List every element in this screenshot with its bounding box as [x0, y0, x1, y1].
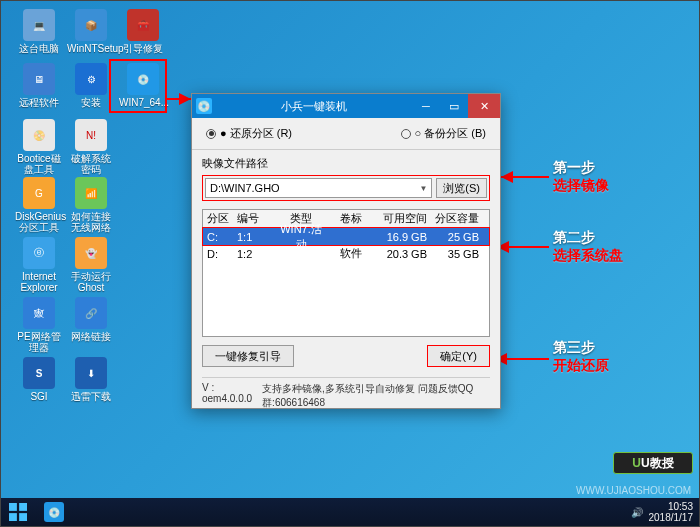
annotation-step-3: 第三步开始还原	[553, 339, 609, 375]
image-path-input[interactable]: D:\WIN7.GHO ▼	[205, 178, 432, 198]
annotation-step-1: 第一步选择镜像	[553, 159, 609, 195]
svg-rect-1	[19, 503, 27, 511]
svg-rect-0	[9, 503, 17, 511]
system-tray: 🔊 10:53 2018/1/17	[631, 501, 694, 523]
desktop-icon-ie[interactable]: ⓔInternet Explorer	[15, 237, 63, 293]
tray-icon[interactable]: 🔊	[631, 507, 643, 518]
radio-dot-icon	[206, 129, 216, 139]
radio-restore-label: ● 还原分区 (R)	[220, 126, 292, 141]
dropdown-icon[interactable]: ▼	[419, 184, 427, 193]
footer-line: V : oem4.0.0.0 支持多种镜像,多系统引导自动修复 问题反馈QQ群:…	[202, 377, 490, 410]
image-path-value: D:\WIN7.GHO	[210, 182, 280, 194]
maximize-button[interactable]: ▭	[440, 94, 468, 118]
desktop-icon-remote[interactable]: 🖥远程软件	[15, 63, 63, 108]
app-icon: 💿	[196, 98, 212, 114]
radio-dot-icon	[401, 129, 411, 139]
table-row[interactable]: C: 1:1 WIN7.活动 16.9 GB 25 GB	[203, 228, 489, 245]
highlight-launcher-icon	[109, 59, 167, 113]
repair-boot-button[interactable]: 一键修复引导	[202, 345, 294, 367]
support-text: 支持多种镜像,多系统引导自动修复 问题反馈QQ群:606616468	[262, 382, 490, 410]
desktop-icon-install[interactable]: ⚙安装	[67, 63, 115, 108]
installer-dialog: 💿 小兵一键装机 ─ ▭ ✕ ● 还原分区 (R) ○ 备份分区 (B) 映像文…	[191, 93, 501, 409]
version-text: V : oem4.0.0.0	[202, 382, 256, 410]
desktop-icon-this-pc[interactable]: 💻这台电脑	[15, 9, 63, 54]
desktop-icon-ghost[interactable]: 👻手动运行Ghost	[67, 237, 115, 293]
minimize-button[interactable]: ─	[412, 94, 440, 118]
taskbar: 💿 🔊 10:53 2018/1/17	[1, 498, 699, 526]
desktop-icon-crack-password[interactable]: N!破解系统密码	[67, 119, 115, 175]
svg-rect-2	[9, 513, 17, 521]
desktop-icon-thunder[interactable]: ⬇迅雷下载	[67, 357, 115, 402]
desktop-icon-bootice[interactable]: 📀Bootice磁盘工具	[15, 119, 63, 175]
titlebar[interactable]: 💿 小兵一键装机 ─ ▭ ✕	[192, 94, 500, 118]
table-row[interactable]: D: 1:2 软件 20.3 GB 35 GB	[203, 245, 489, 262]
browse-button[interactable]: 浏览(S)	[436, 178, 487, 198]
radio-restore[interactable]: ● 还原分区 (R)	[206, 126, 292, 141]
desktop-icon-pe-network[interactable]: 🕸PE网络管理器	[15, 297, 63, 353]
taskbar-item[interactable]: 💿	[37, 500, 71, 524]
start-button[interactable]	[1, 498, 35, 526]
watermark-text: WWW.UJIAOSHOU.COM	[576, 485, 691, 496]
dialog-title: 小兵一键装机	[216, 99, 412, 114]
desktop-icon-winntsetup[interactable]: 📦WinNTSetup	[67, 9, 115, 54]
desktop-icon-net-links[interactable]: 🔗网络链接	[67, 297, 115, 342]
watermark-logo: UU教授	[613, 452, 693, 474]
desktop-icon-diskgenius[interactable]: GDiskGenius 分区工具	[15, 177, 63, 233]
radio-backup-label: ○ 备份分区 (B)	[415, 126, 486, 141]
radio-backup[interactable]: ○ 备份分区 (B)	[401, 126, 486, 141]
clock[interactable]: 10:53 2018/1/17	[649, 501, 694, 523]
annotation-step-2: 第二步选择系统盘	[553, 229, 623, 265]
table-header: 分区 编号 类型 卷标 可用空间 分区容量	[203, 210, 489, 228]
desktop-icon-sgi[interactable]: SSGI	[15, 357, 63, 402]
ok-button[interactable]: 确定(Y)	[427, 345, 490, 367]
svg-rect-3	[19, 513, 27, 521]
desktop-icon-wifi-help[interactable]: 📶如何连接无线网络	[67, 177, 115, 233]
partition-table: 分区 编号 类型 卷标 可用空间 分区容量 C: 1:1 WIN7.活动 16.…	[202, 209, 490, 337]
desktop-icon-boot-repair[interactable]: 🧰引导修复	[119, 9, 167, 54]
path-label: 映像文件路径	[202, 156, 490, 171]
close-button[interactable]: ✕	[468, 94, 500, 118]
